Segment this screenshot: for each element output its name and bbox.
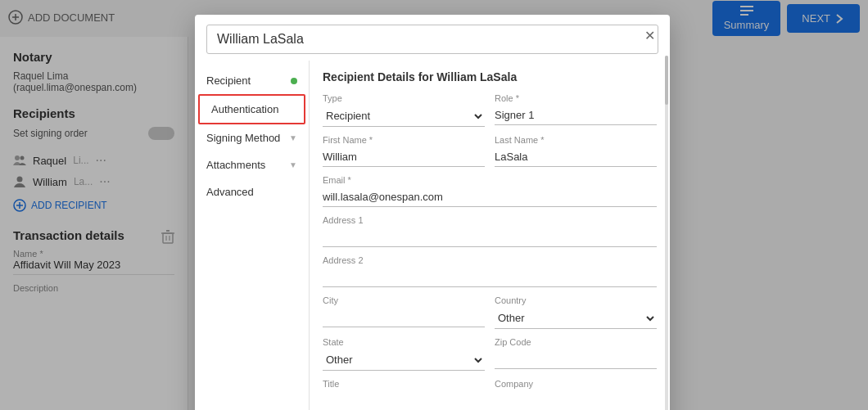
last-name-label: Last Name * <box>495 135 657 145</box>
nav-advanced-label: Advanced <box>206 186 254 198</box>
title-input[interactable] <box>323 391 485 410</box>
first-name-label: First Name * <box>323 135 485 145</box>
nav-item-signing-method[interactable]: Signing Method ▼ <box>195 124 309 151</box>
nav-attachments-chevron: ▼ <box>289 160 297 169</box>
address1-input[interactable] <box>323 228 657 247</box>
address2-label: Address 2 <box>323 255 657 265</box>
address2-row: Address 2 <box>323 255 657 287</box>
modal-form-title: Recipient Details for William LaSala <box>323 70 657 83</box>
modal-close-button[interactable]: ✕ <box>644 28 655 43</box>
first-name-input[interactable] <box>323 147 485 167</box>
state-label: State <box>323 337 485 347</box>
company-group: Company <box>495 379 657 410</box>
zip-group: Zip Code <box>495 337 657 371</box>
modal-search-bar: ✕ <box>195 15 670 54</box>
last-name-group: Last Name * <box>495 135 657 167</box>
state-select[interactable]: Other <box>323 349 485 371</box>
title-company-row: Title Company <box>323 379 657 410</box>
nav-authentication-label: Authentication <box>211 103 278 115</box>
modal-search-input[interactable] <box>206 25 658 54</box>
type-select[interactable]: Recipient <box>323 106 485 127</box>
zip-input[interactable] <box>495 349 657 369</box>
city-label: City <box>323 295 485 305</box>
name-row: First Name * Last Name * <box>323 135 657 167</box>
nav-item-recipient[interactable]: Recipient <box>195 67 309 94</box>
address1-group: Address 1 <box>323 215 657 247</box>
nav-attachments-label: Attachments <box>206 159 265 171</box>
nav-recipient-dot <box>291 78 297 84</box>
recipient-details-modal: ✕ Recipient Authentication Signing Metho… <box>195 15 670 410</box>
address1-label: Address 1 <box>323 215 657 225</box>
type-role-row: Type Recipient Role * <box>323 93 657 127</box>
email-label: Email * <box>323 175 657 185</box>
state-zip-row: State Other Zip Code <box>323 337 657 371</box>
country-group: Country Other <box>495 295 657 329</box>
role-input[interactable] <box>495 106 657 125</box>
modal-form: Recipient Details for William LaSala Typ… <box>310 61 670 410</box>
role-label: Role * <box>495 93 657 103</box>
zip-label: Zip Code <box>495 337 657 347</box>
modal-scrollbar <box>665 56 668 410</box>
modal-nav: Recipient Authentication Signing Method … <box>195 61 310 410</box>
email-input[interactable] <box>323 187 657 207</box>
address1-row: Address 1 <box>323 215 657 247</box>
address2-input[interactable] <box>323 268 657 287</box>
email-row: Email * <box>323 175 657 207</box>
city-input[interactable] <box>323 308 485 327</box>
nav-item-advanced[interactable]: Advanced <box>195 178 309 205</box>
address2-group: Address 2 <box>323 255 657 287</box>
nav-item-authentication[interactable]: Authentication <box>198 94 305 124</box>
first-name-group: First Name * <box>323 135 485 167</box>
last-name-input[interactable] <box>495 147 657 167</box>
country-label: Country <box>495 295 657 305</box>
state-group: State Other <box>323 337 485 371</box>
company-input[interactable] <box>495 391 657 410</box>
company-label: Company <box>495 379 657 389</box>
country-select[interactable]: Other <box>495 308 657 329</box>
email-group: Email * <box>323 175 657 207</box>
type-label: Type <box>323 93 485 103</box>
nav-recipient-label: Recipient <box>206 74 251 87</box>
nav-signing-chevron: ▼ <box>289 133 297 142</box>
nav-item-attachments[interactable]: Attachments ▼ <box>195 151 309 178</box>
title-group: Title <box>323 379 485 410</box>
modal-scroll-thumb <box>665 56 668 105</box>
city-country-row: City Country Other <box>323 295 657 329</box>
role-group: Role * <box>495 93 657 127</box>
modal-body: Recipient Authentication Signing Method … <box>195 61 670 410</box>
nav-signing-method-label: Signing Method <box>206 132 280 144</box>
type-group: Type Recipient <box>323 93 485 127</box>
city-group: City <box>323 295 485 329</box>
title-label: Title <box>323 379 485 389</box>
